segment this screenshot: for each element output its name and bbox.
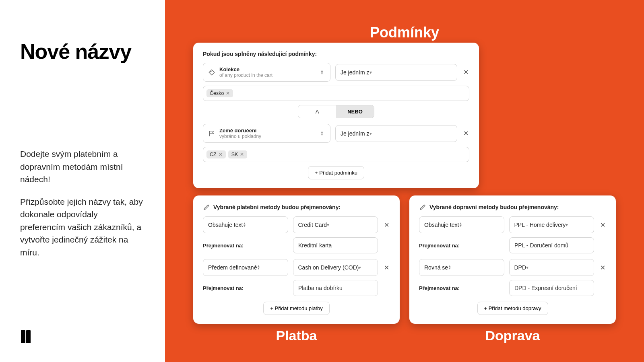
operator-label: Je jedním z (341, 69, 369, 76)
intro-paragraph-2: Přizpůsobte jejich názvy tak, aby dokona… (20, 195, 145, 259)
add-condition-button[interactable]: + Přidat podmínku (308, 166, 364, 179)
remove-condition-button[interactable]: ✕ (462, 130, 469, 137)
rename-label: Přejmenovat na: (419, 243, 504, 249)
operator-label: Je jedním z (341, 130, 369, 137)
tag-remove-button[interactable]: ✕ (240, 152, 244, 157)
shipping-card: Vybrané dopravní metody budou přejmenová… (409, 195, 616, 324)
flag-icon (208, 130, 215, 137)
stepper-icon: ▲▼ (243, 222, 248, 227)
stepper-icon: ▲▼ (459, 222, 464, 227)
logic-and-option[interactable]: A (298, 105, 336, 118)
page-title: Nové názvy (20, 40, 145, 63)
shipping-row-2: Rovná se ▲▼ DPD ▾ ✕ (419, 259, 606, 276)
payment-card: Vybrané platební metody budou přejmenová… (193, 195, 400, 324)
add-shipping-method-button[interactable]: + Přidat metodu dopravy (477, 302, 548, 315)
condition-field-subtitle: vybráno u pokladny (219, 134, 316, 139)
condition-row-1: Kolekce of any product in the cart ▲▼ Je… (203, 63, 469, 82)
right-panel: Podmínky Pokud jsou splněny následující … (165, 0, 644, 362)
stepper-icon: ▲▼ (448, 265, 453, 270)
remove-row-button[interactable]: ✕ (383, 264, 390, 272)
pencil-icon (203, 204, 210, 211)
intro-paragraph-1: Dodejte svým platebním a dopravním metod… (20, 148, 145, 186)
shipping-section: Vybrané dopravní metody budou přejmenová… (409, 195, 616, 343)
method-select[interactable]: PPL - Home delivery ▾ (509, 216, 594, 233)
condition-field-title: Kolekce (219, 66, 316, 72)
match-type-select[interactable]: Obsahuje text ▲▼ (203, 216, 288, 233)
pencil-icon (419, 204, 426, 211)
stepper-icon: ▲▼ (320, 131, 325, 136)
shipping-row-1: Obsahuje text ▲▼ PPL - Home delivery ▾ ✕ (419, 216, 606, 233)
chevron-down-icon: ▾ (359, 265, 361, 270)
tag-icon (208, 69, 215, 76)
stepper-icon: ▲▼ (320, 70, 325, 75)
tag-sk: SK✕ (228, 150, 248, 158)
rename-row-2: Přejmenovat na: (203, 280, 390, 296)
remove-row-button[interactable]: ✕ (599, 221, 606, 229)
rename-row-2: Přejmenovat na: (419, 280, 606, 296)
conditions-section: Podmínky Pokud jsou splněny následující … (193, 24, 616, 188)
tag-cz: CZ✕ (206, 150, 226, 158)
method-select[interactable]: Credit Card ▾ (293, 216, 378, 233)
condition-field-select[interactable]: Kolekce of any product in the cart ▲▼ (203, 63, 330, 82)
condition-field-title: Země doručení (219, 128, 316, 134)
payment-row-1: Obsahuje text ▲▼ Credit Card ▾ ✕ (203, 216, 390, 233)
condition-value-input[interactable]: CZ✕ SK✕ (203, 147, 469, 162)
condition-row-2: Země doručení vybráno u pokladny ▲▼ Je j… (203, 124, 469, 143)
condition-field-select[interactable]: Země doručení vybráno u pokladny ▲▼ (203, 124, 330, 143)
stepper-icon: ▲▼ (257, 265, 262, 270)
tag-remove-button[interactable]: ✕ (226, 90, 230, 96)
condition-operator-select[interactable]: Je jedním z ▾ (335, 125, 457, 142)
rename-label: Přejmenovat na: (203, 243, 288, 249)
payment-heading: Platba (193, 328, 400, 343)
payment-card-label: Vybrané platební metody budou přejmenová… (203, 204, 390, 211)
rename-label: Přejmenovat na: (419, 285, 504, 291)
chevron-down-icon: ▾ (369, 131, 372, 136)
logic-toggle[interactable]: A NEBO (298, 105, 374, 118)
shipping-card-label: Vybrané dopravní metody budou přejmenová… (419, 204, 606, 211)
conditions-card: Pokud jsou splněny následující podmínky:… (193, 43, 479, 188)
rename-input[interactable] (293, 237, 378, 253)
chevron-down-icon: ▾ (526, 265, 528, 270)
condition-operator-select[interactable]: Je jedním z ▾ (335, 64, 457, 81)
shipping-heading: Doprava (409, 328, 616, 343)
remove-row-button[interactable]: ✕ (599, 264, 606, 272)
rename-label: Přejmenovat na: (203, 285, 288, 291)
remove-condition-button[interactable]: ✕ (462, 68, 469, 76)
logic-or-option[interactable]: NEBO (336, 105, 374, 118)
tag-cesko: Česko✕ (206, 89, 233, 97)
conditions-heading: Podmínky (193, 24, 616, 41)
conditions-card-label: Pokud jsou splněny následující podmínky: (203, 51, 469, 57)
condition-value-input[interactable]: Česko✕ (203, 86, 469, 101)
rename-input[interactable] (509, 237, 594, 253)
add-payment-method-button[interactable]: + Přidat metodu platby (263, 302, 329, 315)
match-type-select[interactable]: Předem definované ▲▼ (203, 259, 288, 276)
chevron-down-icon: ▾ (566, 222, 568, 228)
payment-row-2: Předem definované ▲▼ Cash on Delivery (C… (203, 259, 390, 276)
condition-field-subtitle: of any product in the cart (219, 72, 316, 78)
tag-remove-button[interactable]: ✕ (219, 152, 223, 157)
rename-row-1: Přejmenovat na: (203, 237, 390, 253)
remove-row-button[interactable]: ✕ (383, 221, 390, 229)
brand-logo (20, 329, 31, 347)
chevron-down-icon: ▾ (369, 70, 372, 75)
svg-point-0 (211, 71, 211, 72)
match-type-select[interactable]: Obsahuje text ▲▼ (419, 216, 504, 233)
bottom-row: Vybrané platební metody budou přejmenová… (193, 195, 616, 343)
payment-section: Vybrané platební metody budou přejmenová… (193, 195, 400, 343)
rename-row-1: Přejmenovat na: (419, 237, 606, 253)
method-select[interactable]: DPD ▾ (509, 259, 594, 276)
rename-input[interactable] (509, 280, 594, 296)
method-select[interactable]: Cash on Delivery (COD) ▾ (293, 259, 378, 276)
chevron-down-icon: ▾ (327, 222, 329, 228)
match-type-select[interactable]: Rovná se ▲▼ (419, 259, 504, 276)
rename-input[interactable] (293, 280, 378, 296)
left-panel: Nové názvy Dodejte svým platebním a dopr… (0, 0, 165, 362)
